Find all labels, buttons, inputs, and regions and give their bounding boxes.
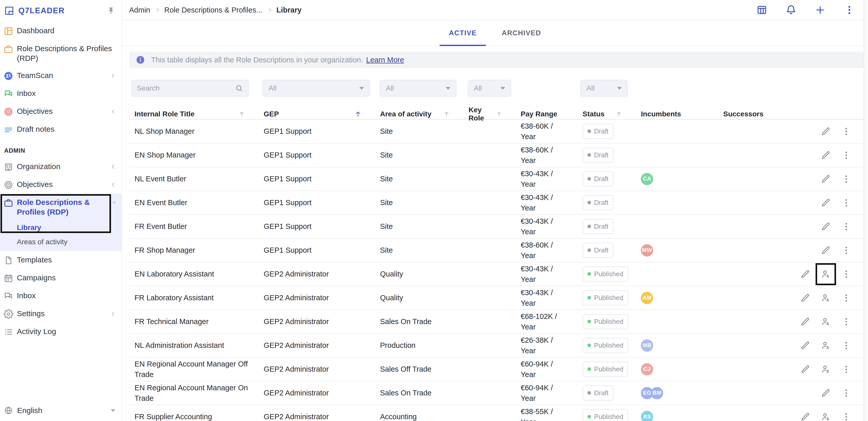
edit-pencil-icon[interactable] <box>821 174 831 184</box>
table-row[interactable]: FR Supplier Accounting GEP2 Administrato… <box>129 405 864 421</box>
breadcrumb-rdp[interactable]: Role Descriptions & Profiles... <box>164 6 262 14</box>
sidebar-item-campaigns[interactable]: Campaigns <box>0 269 122 287</box>
edit-pencil-icon[interactable] <box>801 293 810 303</box>
search-input[interactable] <box>137 84 235 92</box>
assign-incumbent-icon[interactable] <box>821 341 831 351</box>
edit-pencil-icon[interactable] <box>821 222 831 232</box>
sidebar-subitem-library[interactable]: Library <box>0 220 122 235</box>
sidebar-item-objectives[interactable]: Objectives <box>0 102 122 120</box>
row-menu-kebab-icon[interactable] <box>841 412 851 421</box>
sidebar-item-role-descriptions-profiles-rdp[interactable]: Role Descriptions & Profiles (RDP) <box>0 193 122 220</box>
vertical-scrollbar[interactable] <box>864 0 868 421</box>
sidebar-item-activity-log[interactable]: Activity Log <box>0 323 122 341</box>
pin-sidebar-icon[interactable] <box>106 6 115 15</box>
assign-incumbent-icon[interactable] <box>821 269 831 279</box>
row-menu-kebab-icon[interactable] <box>841 245 851 255</box>
filter-dropdown-area[interactable]: All <box>380 80 457 97</box>
sidebar-item-inbox[interactable]: Inbox <box>0 287 122 305</box>
sort-arrow-icon[interactable] <box>238 111 245 117</box>
filter-dropdown-status[interactable]: All <box>580 80 628 97</box>
sidebar-item-draft-notes[interactable]: Draft notes <box>0 120 122 139</box>
row-menu-kebab-icon[interactable] <box>841 150 851 160</box>
table-row[interactable]: EN Laboratory Assistant GEP2 Administrat… <box>129 263 864 286</box>
edit-pencil-icon[interactable] <box>821 388 831 398</box>
row-menu-kebab-icon[interactable] <box>841 364 851 374</box>
edit-pencil-icon[interactable] <box>801 364 810 374</box>
table-row[interactable]: FR Laboratory Assistant GEP2 Administrat… <box>129 286 864 310</box>
sort-arrow-icon[interactable] <box>616 111 622 117</box>
column-header-status[interactable]: Status <box>577 110 636 118</box>
filter-dropdown-key-role[interactable]: All <box>468 80 511 97</box>
table-row[interactable]: FR Shop Manager GEP1 Support Site €38-60… <box>129 239 864 263</box>
table-row[interactable]: NL Shop Manager GEP1 Support Site €38-60… <box>129 120 864 144</box>
edit-pencil-icon[interactable] <box>801 317 810 327</box>
row-menu-kebab-icon[interactable] <box>841 269 851 279</box>
assign-incumbent-icon[interactable] <box>821 317 831 327</box>
sidebar-item-role-descriptions-profiles-rdp[interactable]: Role Descriptions & Profiles (RDP) <box>0 40 122 67</box>
add-icon[interactable] <box>815 5 826 16</box>
column-header-gep[interactable]: GEP <box>258 110 375 118</box>
sidebar-item-teamscan[interactable]: TeamScan <box>0 67 122 85</box>
learn-more-link[interactable]: Learn More <box>366 56 404 64</box>
row-menu-kebab-icon[interactable] <box>841 127 851 136</box>
filter-dropdown-gep[interactable]: All <box>262 80 370 97</box>
edit-pencil-icon[interactable] <box>801 412 810 421</box>
incumbent-avatar[interactable]: AM <box>641 292 653 304</box>
incumbent-avatar[interactable]: MW <box>641 244 653 257</box>
assign-incumbent-icon[interactable] <box>821 293 831 303</box>
table-row[interactable]: EN Shop Manager GEP1 Support Site €38-60… <box>129 144 864 167</box>
sidebar-item-settings[interactable]: Settings <box>0 305 122 323</box>
column-header-internal-role-title[interactable]: Internal Role Title <box>129 110 258 118</box>
notifications-bell-icon[interactable] <box>786 5 796 16</box>
edit-pencil-icon[interactable] <box>801 269 810 279</box>
tab-archived[interactable]: ARCHIVED <box>493 21 550 46</box>
sidebar-item-inbox[interactable]: Inbox <box>0 85 122 102</box>
edit-pencil-icon[interactable] <box>821 127 831 136</box>
table-row[interactable]: FR Event Butler GEP1 Support Site €30-43… <box>129 215 864 239</box>
tab-active[interactable]: ACTIVE <box>440 21 486 46</box>
incumbent-avatar[interactable]: BM <box>651 387 663 399</box>
sidebar-item-templates[interactable]: Templates <box>0 251 122 269</box>
column-header-pay-range[interactable]: Pay Range <box>515 110 577 118</box>
search-box[interactable] <box>131 80 249 97</box>
edit-pencil-icon[interactable] <box>801 341 810 351</box>
cell-actions <box>792 150 864 160</box>
row-menu-kebab-icon[interactable] <box>841 388 851 398</box>
column-header-successors[interactable]: Successors <box>718 110 792 118</box>
sidebar-subitem-areas-of-activity[interactable]: Areas of activity <box>0 235 122 249</box>
sort-arrow-icon[interactable] <box>443 111 450 117</box>
sidebar-item-dashboard[interactable]: Dashboard <box>0 22 122 40</box>
incumbent-avatar[interactable]: CA <box>641 173 653 185</box>
more-menu-icon[interactable] <box>844 5 855 16</box>
table-row[interactable]: NL Administration Assistant GEP2 Adminis… <box>129 334 864 358</box>
edit-pencil-icon[interactable] <box>821 245 831 255</box>
column-header-area-of-activity[interactable]: Area of activity <box>375 110 463 118</box>
row-menu-kebab-icon[interactable] <box>841 174 851 184</box>
sort-arrow-icon[interactable] <box>355 111 361 117</box>
sidebar-item-objectives[interactable]: Objectives <box>0 176 122 193</box>
language-selector[interactable]: English <box>0 403 122 417</box>
table-row[interactable]: EN Regional Account Manager On Trade GEP… <box>129 381 864 405</box>
edit-pencil-icon[interactable] <box>821 150 831 160</box>
row-menu-kebab-icon[interactable] <box>841 198 851 208</box>
table-row[interactable]: FR Technical Manager GEP2 Administrator … <box>129 310 864 334</box>
sort-arrow-icon[interactable] <box>496 111 502 117</box>
breadcrumb-admin[interactable]: Admin <box>129 6 150 14</box>
table-row[interactable]: EN Regional Account Manager Off Trade GE… <box>129 358 864 381</box>
row-menu-kebab-icon[interactable] <box>841 317 851 327</box>
assign-incumbent-icon[interactable] <box>821 412 831 421</box>
table-row[interactable]: EN Event Butler GEP1 Support Site €30-43… <box>129 191 864 215</box>
incumbent-avatar[interactable]: MB <box>641 339 653 352</box>
assign-incumbent-icon[interactable] <box>821 364 831 374</box>
sidebar-item-organization[interactable]: Organization <box>0 158 122 176</box>
edit-pencil-icon[interactable] <box>821 198 831 208</box>
table-view-icon[interactable] <box>756 5 767 16</box>
incumbent-avatar[interactable]: CJ <box>641 363 653 375</box>
row-menu-kebab-icon[interactable] <box>841 341 851 351</box>
table-row[interactable]: NL Event Butler GEP1 Support Site €30-43… <box>129 167 864 191</box>
column-header-incumbents[interactable]: Incumbents <box>636 110 718 118</box>
column-header-key-role[interactable]: Key Role <box>463 106 515 122</box>
row-menu-kebab-icon[interactable] <box>841 293 851 303</box>
incumbent-avatar[interactable]: AS <box>641 411 653 421</box>
row-menu-kebab-icon[interactable] <box>841 222 851 232</box>
